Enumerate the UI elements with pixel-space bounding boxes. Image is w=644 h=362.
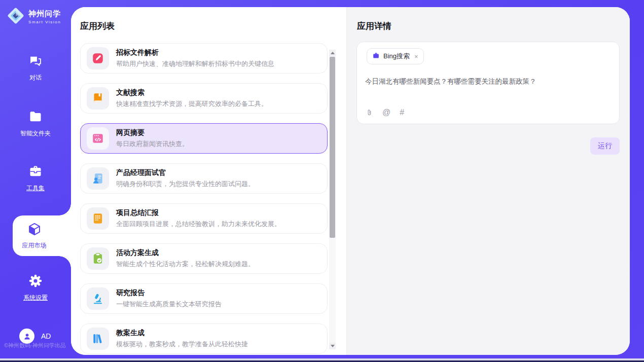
scroll-thumb[interactable] <box>330 57 335 238</box>
briefcase-icon <box>372 52 380 61</box>
app-card-title: 文献搜索 <box>116 88 268 97</box>
clipboard-check-icon <box>87 247 109 270</box>
hash-icon[interactable]: # <box>400 108 404 117</box>
microscope-icon <box>87 287 109 310</box>
app-card-description: 每日政府新闻资讯快查。 <box>116 139 189 149</box>
app-list: 招标文件解析 帮助用户快速、准确地理解和解析招标书中的关键信息 文献搜索 快速精… <box>80 43 328 354</box>
app-card-description: 明确身份和职责，为您提供专业性的面试问题。 <box>116 179 255 189</box>
sidebar-nav: 对话 智能文件夹 工具集 应用市场 系统设置 <box>0 0 71 355</box>
app-card-title: 项目总结汇报 <box>116 208 281 218</box>
cube-icon <box>27 222 42 238</box>
sidebar-item-chat[interactable]: 对话 <box>0 54 71 82</box>
app-card-description: 模板驱动，教案秒成，教学准备从此轻松快捷 <box>116 340 248 349</box>
scrollbar[interactable] <box>329 50 336 349</box>
app-card-description: 帮助用户快速、准确地理解和解析招标书中的关键信息 <box>116 59 274 68</box>
app-card[interactable]: 网页摘要 每日政府新闻资讯快查。 <box>80 123 328 154</box>
app-card[interactable]: 招标文件解析 帮助用户快速、准确地理解和解析招标书中的关键信息 <box>80 43 328 74</box>
edit-document-icon <box>87 47 109 69</box>
app-card-title: 产品经理面试官 <box>116 168 255 177</box>
folder-icon <box>28 110 43 126</box>
tool-tag-label: Bing搜索 <box>383 52 410 61</box>
app-detail-panel: 应用详情 Bing搜索 × 今日湖北有哪些新闻要点？有哪些需要关注的最新政策？ … <box>346 7 630 355</box>
app-card-description: 快速精准查找学术资源，提高研究效率的必备工具。 <box>116 99 268 108</box>
app-card-title: 招标文件解析 <box>116 48 274 57</box>
books-icon <box>87 328 109 350</box>
tool-tag-close-icon[interactable]: × <box>414 53 418 60</box>
book-icon <box>87 87 109 110</box>
query-input[interactable]: 今日湖北有哪些新闻要点？有哪些需要关注的最新政策？ <box>365 77 611 87</box>
app-card-description: 一键智能生成高质量长文本研究报告 <box>116 300 222 309</box>
at-icon[interactable]: @ <box>382 108 390 117</box>
triangle-down-icon <box>331 345 335 347</box>
app-card-title: 研究报告 <box>116 288 222 298</box>
scroll-down-button[interactable] <box>329 343 336 349</box>
main-content: 应用列表 招标文件解析 帮助用户快速、准确地理解和解析招标书中的关键信息 文献搜… <box>71 7 630 355</box>
app-card-title: 网页摘要 <box>116 128 189 137</box>
prompt-card: Bing搜索 × 今日湖北有哪些新闻要点？有哪些需要关注的最新政策？ @# <box>356 42 620 124</box>
app-card[interactable]: 项目总结汇报 全面回顾项目进展，总结经验教训，助力未来优化发展。 <box>80 203 328 234</box>
app-card[interactable]: 教案生成 模板驱动，教案秒成，教学准备从此轻松快捷 <box>80 323 328 354</box>
triangle-up-icon <box>331 52 335 54</box>
app-card[interactable]: 研究报告 一键智能生成高质量长文本研究报告 <box>80 283 328 314</box>
app-detail-title: 应用详情 <box>357 20 391 32</box>
chat-icon <box>28 54 43 70</box>
run-button[interactable]: 运行 <box>590 137 620 155</box>
app-card-title: 活动方案生成 <box>116 248 255 258</box>
user-name: AD <box>41 332 51 340</box>
sidebar-item-toolset[interactable]: 工具集 <box>0 164 71 193</box>
tool-tag-bing-search[interactable]: Bing搜索 × <box>367 48 424 64</box>
app-card[interactable]: 文献搜索 快速精准查找学术资源，提高研究效率的必备工具。 <box>80 83 328 114</box>
app-card-title: 教案生成 <box>116 329 248 338</box>
scroll-up-button[interactable] <box>329 50 336 56</box>
browser-code-icon <box>87 127 109 150</box>
interview-doc-icon <box>87 167 109 190</box>
sidebar-item-smart-folder[interactable]: 智能文件夹 <box>0 110 71 138</box>
sidebar-item-settings[interactable]: 系统设置 <box>0 274 71 302</box>
app-list-panel: 应用列表 招标文件解析 帮助用户快速、准确地理解和解析招标书中的关键信息 文献搜… <box>71 7 346 355</box>
sidebar-item-app-market[interactable]: 应用市场 <box>13 215 71 256</box>
copyright-footer: ©神州数码·神州问学出品 <box>4 342 66 349</box>
gear-icon <box>28 274 43 290</box>
app-card[interactable]: 活动方案生成 智能生成个性化活动方案，轻松解决规划难题。 <box>80 243 328 274</box>
report-doc-icon <box>87 207 109 230</box>
toolbox-icon <box>28 164 43 180</box>
app-card-description: 全面回顾项目进展，总结经验教训，助力未来优化发展。 <box>116 220 281 229</box>
app-card-description: 智能生成个性化活动方案，轻松解决规划难题。 <box>116 260 255 269</box>
app-card[interactable]: 产品经理面试官 明确身份和职责，为您提供专业性的面试问题。 <box>80 163 328 194</box>
paperclip-icon[interactable] <box>366 108 373 117</box>
app-list-title: 应用列表 <box>80 20 115 32</box>
composer-toolbar: @# <box>366 108 404 117</box>
sidebar: 神州问学 Smart Vision 对话 智能文件夹 工具集 应用市场 系统设置… <box>0 0 71 355</box>
